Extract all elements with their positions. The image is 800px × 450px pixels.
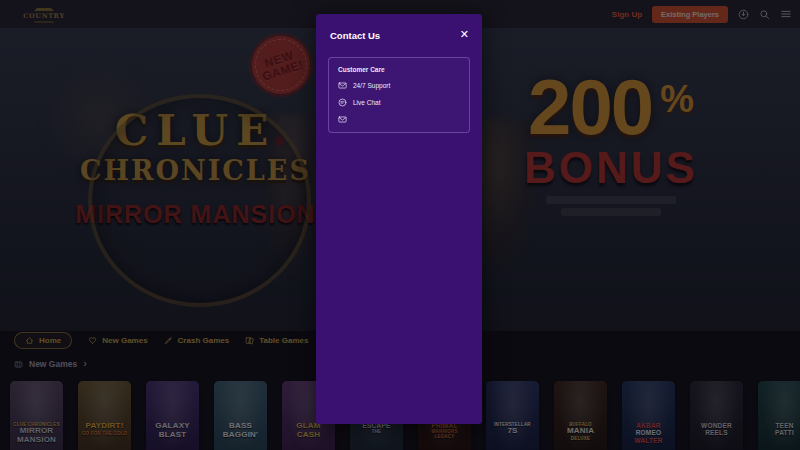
contact-item[interactable]: 24/7 Support [338, 81, 460, 90]
contact-item-label: Live Chat [353, 99, 380, 106]
contact-item[interactable] [338, 115, 460, 124]
casino-page: Country Sign Up Existing Players NEW GAM… [0, 0, 800, 450]
envelope-icon [338, 115, 347, 124]
contact-item[interactable]: Live Chat [338, 98, 460, 107]
close-icon[interactable]: ✕ [458, 27, 471, 42]
contact-card-heading: Customer Care [338, 66, 460, 73]
contact-card: Customer Care 24/7 Support Live Chat [328, 57, 470, 133]
chat-icon [338, 98, 347, 107]
modal-title: Contact Us [330, 30, 380, 41]
contact-items: 24/7 Support Live Chat [338, 81, 460, 124]
contact-item-label: 24/7 Support [353, 82, 390, 89]
contact-modal: Contact Us ✕ Customer Care 24/7 Support … [316, 14, 482, 424]
envelope-icon [338, 81, 347, 90]
